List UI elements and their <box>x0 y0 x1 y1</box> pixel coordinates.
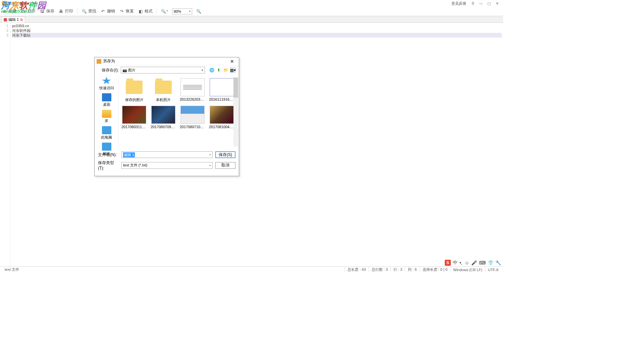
status-eol: Windows (CR LF) <box>450 267 485 272</box>
file-item[interactable]: 本机照片 <box>151 78 176 102</box>
title-bar: 极客记事本 v1.0.0.1 意见反馈 ⚲ — ▢ ✕ <box>0 0 503 7</box>
place-this-pc[interactable]: 此电脑 <box>101 126 112 140</box>
zoom-out-icon[interactable]: 🔍 <box>196 9 201 14</box>
file-item[interactable]: 201708071009... <box>180 106 205 129</box>
places-sidebar: 快速访问 桌面 库 此电脑 网络 <box>95 75 119 149</box>
file-item[interactable]: 保存的图片 <box>121 78 147 102</box>
code-line: 河东下载站 <box>12 33 502 38</box>
place-desktop[interactable]: 桌面 <box>102 93 111 107</box>
place-quick-access[interactable]: 快速访问 <box>99 77 114 91</box>
dialog-icon <box>97 59 101 64</box>
line-gutter: 123 <box>0 23 11 266</box>
save-as-dialog: 另存为 ✕ 保存在(I): 📷 图片 🌐 ⬆ 📁 ▦▾ 快速访问 桌面 库 此电… <box>94 57 239 176</box>
format-button[interactable]: ◧格式 <box>138 8 153 14</box>
modified-indicator-icon <box>4 18 7 21</box>
tray-mic-icon[interactable]: 🎤 <box>471 260 477 265</box>
dialog-cancel-button[interactable]: 取消 <box>215 162 235 169</box>
place-library[interactable]: 库 <box>102 110 111 123</box>
file-scrollbar[interactable] <box>233 78 238 147</box>
watermark-logo: 河东软件园 www.pc0359.cn <box>1 1 46 13</box>
system-tray: S 中 •, ☺ 🎤 ⌨ 👕 🔧 <box>445 260 501 266</box>
save-location-row: 保存在(I): 📷 图片 🌐 ⬆ 📁 ▦▾ <box>95 65 239 75</box>
tray-emoji-icon[interactable]: ☺ <box>465 260 469 265</box>
tab-label: 编辑 1 <box>8 17 19 22</box>
code-line: 河东软件园 <box>12 28 502 33</box>
minimize-button[interactable]: — <box>478 1 484 6</box>
tab-close-icon[interactable]: ⊠ <box>20 18 23 21</box>
ime-icon[interactable]: S <box>445 260 451 266</box>
file-item[interactable]: 201611191624... <box>209 78 234 102</box>
file-item[interactable]: 201708070936... <box>151 106 176 129</box>
nav-view-icon[interactable]: ▦▾ <box>230 67 235 73</box>
document-tab[interactable]: 编辑 1 ⊠ <box>1 16 25 22</box>
main-toolbar: ⊕新建 🗀打开 🖫保存 🖶打印 🔍查找 ↶撤销 ↷恢复 ◧格式 🔍⁺ 80% 🔍 <box>0 7 503 16</box>
dialog-title: 另存为 <box>103 58 115 64</box>
filename-input[interactable]: 编辑 1 <box>121 151 213 158</box>
redo-icon: ↷ <box>119 9 124 14</box>
feedback-link[interactable]: 意见反馈 <box>451 1 466 6</box>
undo-icon: ↶ <box>100 9 106 14</box>
file-grid[interactable]: 保存的图片 本机照片 201322620352... 201611191624.… <box>119 75 239 149</box>
print-icon: 🖶 <box>58 9 64 14</box>
find-button[interactable]: 🔍查找 <box>82 8 96 14</box>
dialog-save-button[interactable]: 保存(S) <box>215 151 235 158</box>
zoom-in-icon[interactable]: 🔍⁺ <box>161 9 168 14</box>
filetype-label: 保存类型(T): <box>98 160 119 170</box>
redo-button[interactable]: ↷恢复 <box>119 8 134 14</box>
close-button[interactable]: ✕ <box>494 1 500 6</box>
tray-shirt-icon[interactable]: 👕 <box>488 260 493 265</box>
tray-tool-icon[interactable]: 🔧 <box>495 260 501 265</box>
dialog-titlebar: 另存为 ✕ <box>95 57 239 65</box>
status-total-length: 总长度 : 43 <box>344 267 368 272</box>
maximize-button[interactable]: ▢ <box>486 1 492 6</box>
status-col: 列 : 6 <box>405 267 419 272</box>
ime-lang[interactable]: 中 <box>453 260 458 266</box>
filename-label: 文件名(N): <box>98 152 119 158</box>
file-item[interactable]: 201708031107... <box>121 106 147 129</box>
print-button[interactable]: 🖶打印 <box>58 8 73 14</box>
file-item[interactable]: 201708100401... <box>209 106 234 129</box>
dialog-close-button[interactable]: ✕ <box>227 58 237 64</box>
status-bar: text 文件 总长度 : 43 总行数 : 3 行 : 3 列 : 6 选择长… <box>0 266 503 272</box>
tray-keyboard-icon[interactable]: ⌨ <box>479 260 486 265</box>
pin-icon[interactable]: ⚲ <box>470 1 476 6</box>
nav-back-icon[interactable]: 🌐 <box>209 67 214 73</box>
search-icon: 🔍 <box>82 9 87 14</box>
tab-bar: 编辑 1 ⊠ <box>0 16 503 23</box>
save-in-select[interactable]: 📷 图片 <box>121 67 205 73</box>
status-row: 行 : 3 <box>390 267 405 272</box>
editor-area: 123 pc0359.cn 河东软件园 河东下载站 <box>0 23 503 266</box>
file-item[interactable]: 201322620352... <box>180 78 205 102</box>
status-selection: 选择长度 : 0 | 0 <box>420 267 450 272</box>
status-encoding: UTF-8 <box>485 267 501 272</box>
zoom-select[interactable]: 80% <box>172 8 192 14</box>
undo-button[interactable]: ↶撤销 <box>100 8 115 14</box>
nav-up-icon[interactable]: ⬆ <box>216 67 221 73</box>
format-icon: ◧ <box>138 9 143 14</box>
tray-icon[interactable]: •, <box>460 260 463 265</box>
code-area[interactable]: pc0359.cn 河东软件园 河东下载站 <box>11 23 503 266</box>
save-in-label: 保存在(I): <box>98 67 119 73</box>
status-filetype: text 文件 <box>2 267 22 272</box>
code-line: pc0359.cn <box>12 23 502 28</box>
filetype-select[interactable]: text 文件 (*.txt) <box>121 162 213 169</box>
nav-newfolder-icon[interactable]: 📁 <box>223 67 228 73</box>
status-total-lines: 总行数 : 3 <box>369 267 390 272</box>
